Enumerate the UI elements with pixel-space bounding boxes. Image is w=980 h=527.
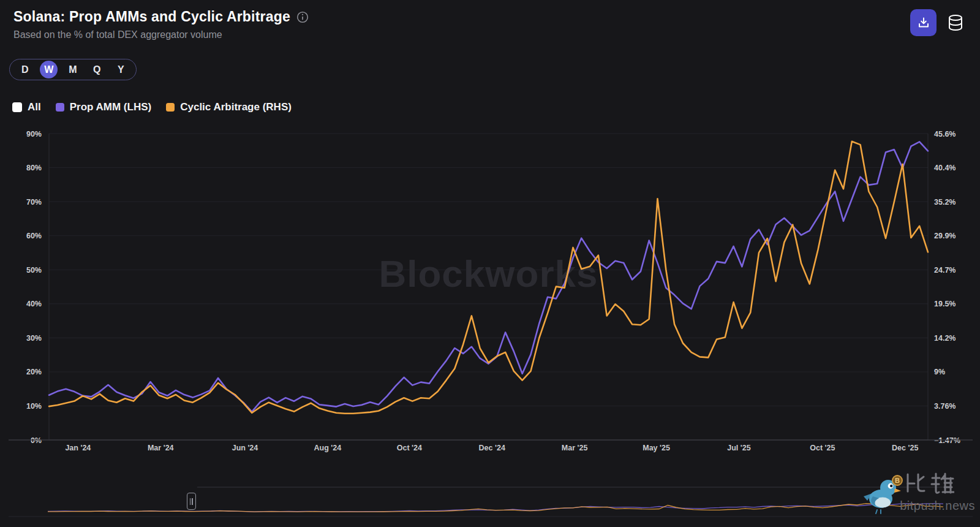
main-chart[interactable]: 90%45.6%80%40.4%70%35.2%60%29.9%50%24.7%… — [0, 123, 980, 466]
navigator-handle[interactable] — [187, 493, 196, 510]
svg-text:B: B — [895, 477, 900, 484]
legend-item-cyclic-arb[interactable]: Cyclic Arbitrage (RHS) — [166, 101, 292, 113]
x-axis-tick: Mar '25 — [562, 444, 588, 452]
legend-item-all[interactable]: All — [12, 101, 41, 113]
blockworks-chart-panel: Solana: Prop AMMs and Cyclic Arbitrage B… — [0, 0, 980, 527]
left-axis-tick: 40% — [26, 300, 42, 308]
interval-option-m[interactable]: M — [64, 61, 81, 78]
x-axis-tick: Jun '24 — [232, 444, 258, 452]
x-axis-tick: Aug '24 — [314, 444, 342, 452]
right-axis-tick: 19.5% — [934, 300, 956, 308]
navigator-strip[interactable] — [0, 478, 980, 527]
left-axis-tick: 10% — [26, 402, 42, 411]
x-axis-tick: Jan '24 — [65, 444, 91, 452]
legend-label: All — [28, 101, 41, 113]
right-axis-tick: 40.4% — [934, 164, 956, 172]
x-axis-tick: Jul '25 — [727, 444, 750, 452]
left-axis-tick: 20% — [26, 368, 42, 376]
right-axis-tick: 3.76% — [934, 402, 956, 411]
download-icon — [917, 16, 930, 29]
legend-label: Cyclic Arbitrage (RHS) — [180, 101, 292, 113]
interval-option-w[interactable]: W — [40, 61, 58, 78]
chart-subtitle: Based on the % of total DEX aggregator v… — [13, 29, 222, 40]
bitpush-logo: B bitpush.news — [859, 467, 979, 523]
left-axis-tick: 50% — [26, 266, 42, 275]
legend-label: Prop AMM (LHS) — [70, 101, 151, 113]
left-axis-tick: 70% — [26, 198, 42, 207]
x-axis-tick: Oct '24 — [397, 444, 422, 452]
legend-swatch-cyclic-arb — [166, 103, 175, 112]
x-axis-tick: Oct '25 — [810, 444, 835, 452]
left-axis-tick: 30% — [26, 334, 42, 343]
legend-item-prop-amm[interactable]: Prop AMM (LHS) — [56, 101, 151, 113]
legend-swatch-all — [12, 102, 22, 112]
right-axis-tick: 45.6% — [934, 130, 956, 138]
right-axis-tick: 35.2% — [934, 198, 956, 207]
interval-option-y[interactable]: Y — [112, 61, 130, 78]
x-axis-tick: Mar '24 — [148, 444, 174, 452]
right-axis-tick: 14.2% — [934, 334, 956, 343]
title-row: Solana: Prop AMMs and Cyclic Arbitrage — [13, 9, 309, 25]
interval-option-d[interactable]: D — [16, 61, 34, 78]
info-icon[interactable] — [296, 11, 309, 23]
x-axis-tick: Dec '25 — [892, 444, 918, 452]
x-axis-tick: May '25 — [643, 444, 670, 452]
left-axis-tick: 90% — [26, 130, 42, 138]
legend-swatch-prop-amm — [56, 103, 64, 112]
interval-selector: D W M Q Y — [9, 59, 137, 80]
right-axis-tick: 9% — [934, 368, 945, 376]
bitpush-bird-icon: B — [862, 473, 903, 516]
legend: All Prop AMM (LHS) Cyclic Arbitrage (RHS… — [12, 101, 292, 113]
database-icon — [947, 14, 964, 32]
right-axis-tick: 29.9% — [934, 232, 956, 240]
x-axis-tick: Dec '24 — [479, 444, 505, 452]
page-title: Solana: Prop AMMs and Cyclic Arbitrage — [13, 9, 290, 25]
data-source-button[interactable] — [946, 13, 965, 34]
left-axis-tick: 60% — [26, 232, 42, 240]
blockworks-watermark: Blockworks — [379, 252, 598, 295]
download-button[interactable] — [910, 9, 937, 36]
left-axis-tick: 80% — [26, 164, 42, 172]
bitpush-url: bitpush.news — [900, 499, 975, 513]
bitpush-cn-wordmark — [903, 471, 954, 496]
interval-option-q[interactable]: Q — [88, 61, 106, 78]
navigator-mini-line — [48, 504, 943, 512]
right-axis-tick: 24.7% — [934, 266, 956, 275]
